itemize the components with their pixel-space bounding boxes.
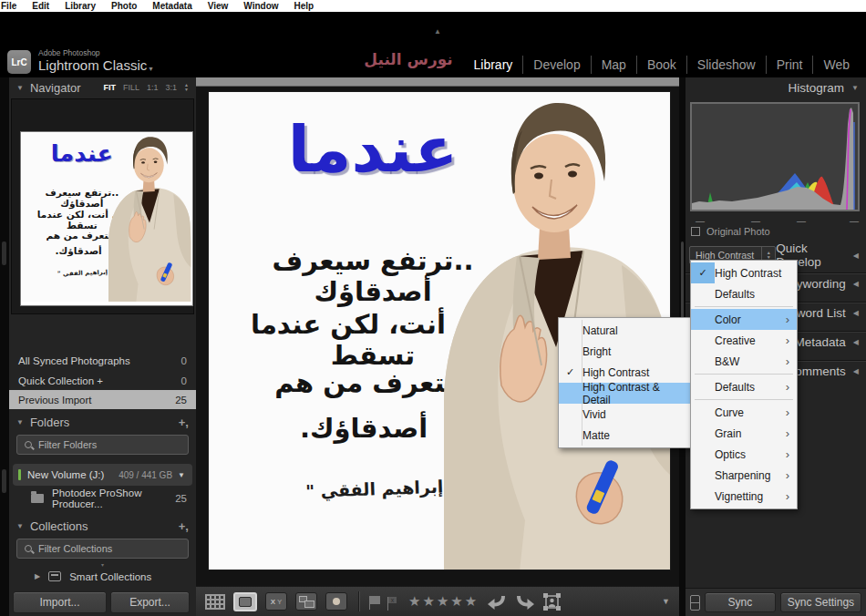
menu-item-defaults-2[interactable]: Defaults› — [691, 376, 797, 397]
survey-view-icon[interactable] — [295, 592, 317, 611]
histogram-chart[interactable] — [690, 102, 860, 211]
module-book[interactable]: Book — [636, 56, 686, 74]
volume-row[interactable]: New Volume (J:) 409 / 441 GB ▼ — [13, 464, 192, 486]
collapse-histogram-icon[interactable]: ▼ — [851, 84, 859, 92]
module-develop[interactable]: Develop — [522, 56, 590, 74]
volume-collapse-icon[interactable]: ▼ — [178, 471, 185, 479]
module-library[interactable]: Library — [464, 56, 523, 74]
menu-item-color[interactable]: Color› — [691, 309, 797, 330]
expand-quick-develop-icon[interactable]: ◀ — [853, 252, 859, 260]
catalog-label: Quick Collection + — [18, 375, 103, 386]
navigator-panel-header[interactable]: ▼ Navigator FIT FILL 1:1 3:1 ▲▼ — [9, 77, 196, 98]
catalog-row-quick-collection[interactable]: Quick Collection + 0 — [9, 371, 196, 390]
menu-item-matte[interactable]: Matte — [559, 425, 694, 446]
menu-item-bw[interactable]: B&W› — [691, 351, 797, 372]
expand-smart-collections-icon[interactable]: ▶ — [35, 572, 40, 580]
module-print[interactable]: Print — [766, 56, 813, 74]
flag-reject-icon[interactable]: x — [388, 597, 397, 603]
catalog-row-previous-import[interactable]: Previous Import 25 — [9, 390, 196, 409]
menu-item-vignetting[interactable]: Vignetting› — [691, 486, 797, 507]
menu-item-label: Bright — [582, 345, 611, 358]
people-view-icon[interactable] — [325, 592, 347, 611]
compare-view-icon[interactable]: XY — [265, 592, 287, 611]
check-icon: ✓ — [691, 262, 715, 283]
library-filter-bar[interactable] — [196, 77, 679, 87]
catalog-row-all-synced[interactable]: All Synced Photographs 0 — [9, 351, 196, 370]
navigator-thumbnail-image[interactable]: عندما ..ترتفع سيعرف أصدقاؤك من أنت، لكن … — [22, 133, 191, 302]
collapse-top-panel-icon[interactable]: ▲ — [434, 27, 441, 36]
menu-metadata[interactable]: Metadata — [152, 0, 191, 12]
folders-panel-header[interactable]: ▼ Folders +, — [9, 412, 196, 432]
rotate-right-icon[interactable] — [515, 594, 535, 610]
module-web[interactable]: Web — [812, 56, 860, 74]
submenu-arrow-icon: › — [786, 447, 789, 461]
transform-icon[interactable] — [543, 593, 561, 611]
add-collection-icon[interactable]: +, — [179, 519, 189, 533]
menu-item-high-contrast-preset[interactable]: ✓High Contrast — [691, 262, 797, 283]
menu-edit[interactable]: Edit — [32, 0, 49, 12]
menu-item-creative[interactable]: Creative› — [691, 330, 797, 351]
submenu-arrow-icon: › — [786, 489, 789, 503]
add-folder-icon[interactable]: +, — [179, 416, 189, 429]
navigator-preview[interactable]: عندما ..ترتفع سيعرف أصدقاؤك من أنت، لكن … — [21, 132, 192, 305]
histogram-tick: — — [696, 216, 705, 226]
sync-button[interactable]: Sync — [705, 592, 776, 612]
menu-photo[interactable]: Photo — [111, 0, 137, 12]
navigator-mode-3-1[interactable]: 3:1 — [166, 83, 178, 92]
filter-folders-placeholder: Filter Folders — [38, 439, 97, 450]
menu-item-defaults[interactable]: Defaults — [691, 283, 797, 304]
star-rating[interactable]: ★★★★★ — [408, 593, 479, 610]
collapse-folders-icon[interactable]: ▼ — [16, 418, 24, 426]
module-slideshow[interactable]: Slideshow — [686, 56, 766, 74]
expand-metadata-icon[interactable]: ◀ — [853, 338, 859, 346]
navigator-zoom-spinner-icon[interactable]: ▲▼ — [184, 83, 189, 92]
left-panel-edge[interactable] — [0, 77, 9, 616]
flag-pick-icon[interactable] — [370, 596, 380, 604]
filter-folders-input[interactable]: Filter Folders — [16, 435, 189, 455]
menu-item-grain[interactable]: Grain› — [691, 423, 797, 444]
lightroom-logo: LrC — [7, 50, 31, 74]
menu-item-optics[interactable]: Optics› — [691, 444, 797, 465]
menu-window[interactable]: Window — [243, 0, 278, 12]
menu-item-bright[interactable]: Bright — [559, 341, 694, 362]
menu-library[interactable]: Library — [65, 0, 96, 12]
filter-collections-input[interactable]: Filter Collections — [16, 539, 189, 559]
smart-collection-icon — [48, 571, 61, 581]
original-photo-checkbox[interactable] — [691, 227, 700, 236]
navigator-mode-fill[interactable]: FILL — [123, 83, 139, 92]
expand-keyword-list-icon[interactable]: ◀ — [853, 309, 859, 317]
module-map[interactable]: Map — [591, 56, 636, 74]
import-button[interactable]: Import... — [13, 591, 107, 613]
expand-comments-icon[interactable]: ◀ — [853, 367, 859, 375]
export-button[interactable]: Export... — [110, 591, 190, 613]
sync-settings-button[interactable]: Sync Settings — [780, 592, 861, 612]
sync-toggle-icon[interactable] — [690, 595, 700, 611]
menu-file[interactable]: File — [1, 0, 16, 12]
titlebar: ▲ LrC Adobe Photoshop Lightroom Classic … — [0, 12, 866, 77]
menu-item-vivid[interactable]: Vivid — [559, 404, 694, 425]
menu-item-sharpening[interactable]: Sharpening› — [691, 465, 797, 486]
histogram-panel-header[interactable]: Histogram ▼ — [686, 77, 866, 98]
navigator-mode-fit[interactable]: FIT — [104, 83, 117, 92]
menu-item-label: Vivid — [582, 408, 606, 421]
navigator-mode-1-1[interactable]: 1:1 — [147, 83, 159, 92]
toolbar-options-icon[interactable]: ▼ — [662, 597, 670, 606]
smart-collections-row[interactable]: ▶ Smart Collections — [9, 567, 196, 586]
menu-item-natural[interactable]: Natural — [559, 320, 694, 341]
menu-view[interactable]: View — [208, 0, 229, 12]
collections-panel-header[interactable]: ▼ Collections +, — [9, 516, 196, 536]
grid-view-icon[interactable] — [205, 594, 225, 610]
collapse-collections-icon[interactable]: ▼ — [16, 522, 24, 530]
edge-grip — [2, 241, 6, 265]
folder-row-photodex[interactable]: Photodex ProShow Producer... 25 — [9, 488, 196, 508]
expand-keywording-icon[interactable]: ◀ — [853, 280, 859, 288]
menu-item-curve[interactable]: Curve› — [691, 402, 797, 423]
collapse-navigator-icon[interactable]: ▼ — [16, 84, 24, 92]
loupe-view-icon[interactable] — [233, 592, 257, 611]
rotate-left-icon[interactable] — [487, 594, 507, 610]
preset-amount-submenu: Natural Bright ✓High Contrast High Contr… — [558, 317, 695, 448]
identity-plate-caret-icon[interactable]: ▼ — [148, 66, 154, 72]
menu-help[interactable]: Help — [294, 0, 314, 12]
menu-item-high-contrast-detail[interactable]: High Contrast & Detail — [559, 383, 694, 404]
original-photo-row[interactable]: Original Photo — [691, 226, 770, 237]
